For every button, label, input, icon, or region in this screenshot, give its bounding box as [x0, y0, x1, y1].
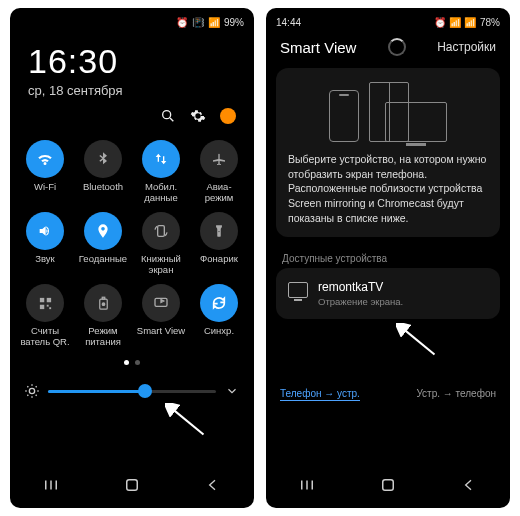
- tv-icon: [288, 282, 308, 298]
- wifi-icon: [26, 140, 64, 178]
- back-button[interactable]: [460, 476, 478, 494]
- svg-rect-6: [46, 304, 48, 306]
- mode-device-to-phone[interactable]: Устр. → телефон: [416, 388, 496, 401]
- device-illustration: [288, 82, 488, 142]
- nav-bar: [10, 466, 254, 508]
- page-indicator[interactable]: [10, 360, 254, 365]
- smart-view-header: Smart View Настройки: [266, 32, 510, 62]
- qs-label: Режим питания: [76, 326, 130, 348]
- battery-icon: [84, 284, 122, 322]
- qs-airplane[interactable]: Авиа- режим: [192, 140, 246, 204]
- qs-sound[interactable]: Звук: [18, 212, 72, 276]
- qs-label: Книжный экран: [134, 254, 188, 276]
- search-icon[interactable]: [160, 108, 176, 124]
- qs-smart-view[interactable]: Smart View: [134, 284, 188, 348]
- settings-link[interactable]: Настройки: [437, 40, 496, 54]
- qs-bluetooth[interactable]: Bluetooth: [76, 140, 130, 204]
- device-subtitle: Отражение экрана.: [318, 296, 403, 307]
- svg-line-17: [172, 409, 204, 435]
- qs-qr-reader[interactable]: Считы ватель QR.: [18, 284, 72, 348]
- svg-rect-15: [55, 481, 57, 490]
- qs-label: Синхр.: [192, 326, 246, 348]
- pointer-arrow: [396, 323, 438, 361]
- svg-rect-19: [306, 481, 308, 490]
- phone-smart-view: 14:44 ⏰ 📶 📶 78% Smart View Настройки Выб…: [266, 8, 510, 508]
- back-button[interactable]: [204, 476, 222, 494]
- qs-label: Авиа- режим: [192, 182, 246, 204]
- plane-icon: [200, 140, 238, 178]
- qs-label: Фонарик: [192, 254, 246, 276]
- slider-thumb[interactable]: [138, 384, 152, 398]
- svg-point-12: [29, 388, 34, 393]
- svg-rect-21: [383, 480, 394, 491]
- qs-label: Считы ватель QR.: [18, 326, 72, 348]
- loading-spinner: [388, 38, 406, 56]
- home-button[interactable]: [123, 476, 141, 494]
- status-bar: 14:44 ⏰ 📶 📶 78%: [266, 8, 510, 32]
- alarm-icon: ⏰: [176, 17, 188, 28]
- svg-rect-13: [45, 481, 47, 490]
- svg-rect-9: [102, 297, 105, 299]
- recents-button[interactable]: [298, 476, 316, 494]
- qs-wifi[interactable]: Wi-Fi: [18, 140, 72, 204]
- qs-flashlight[interactable]: Фонарик: [192, 212, 246, 276]
- svg-line-1: [170, 118, 173, 121]
- sync-icon: [200, 284, 238, 322]
- bluetooth-icon: [84, 140, 122, 178]
- svg-rect-2: [158, 226, 165, 237]
- slider-fill: [48, 390, 145, 393]
- svg-rect-20: [311, 481, 313, 490]
- section-label: Доступные устройства: [266, 243, 510, 268]
- volume-icon: [26, 212, 64, 250]
- brightness-slider[interactable]: [10, 373, 254, 409]
- status-icons: ⏰ 📶 📶: [434, 17, 476, 28]
- svg-point-0: [163, 111, 171, 119]
- illus-tv-icon: [385, 102, 447, 142]
- recents-button[interactable]: [42, 476, 60, 494]
- qs-sync[interactable]: Синхр.: [192, 284, 246, 348]
- qs-power-mode[interactable]: Режим питания: [76, 284, 130, 348]
- quick-settings-grid: Wi-Fi Bluetooth Мобил. данные Авиа- режи…: [10, 128, 254, 348]
- page-title: Smart View: [280, 39, 356, 56]
- slider-track[interactable]: [48, 390, 216, 393]
- svg-rect-5: [39, 304, 43, 308]
- rotate-icon: [142, 212, 180, 250]
- qs-label: Wi-Fi: [18, 182, 72, 204]
- signal-icon: 📶: [208, 17, 220, 28]
- svg-rect-18: [301, 481, 303, 490]
- clock-date: ср, 18 сентября: [28, 83, 236, 98]
- qs-label: Мобил. данные: [134, 182, 188, 204]
- pager-dot: [135, 360, 140, 365]
- intro-card: Выберите устройство, на котором нужно от…: [276, 68, 500, 237]
- device-list-item[interactable]: remontkaTV Отражение экрана.: [276, 268, 500, 319]
- notification-badge[interactable]: [220, 108, 236, 124]
- svg-rect-14: [50, 481, 52, 490]
- chevron-down-icon[interactable]: [224, 383, 240, 399]
- pin-icon: [84, 212, 122, 250]
- qr-icon: [26, 284, 64, 322]
- svg-rect-3: [39, 297, 43, 301]
- qs-rotate-lock[interactable]: Книжный экран: [134, 212, 188, 276]
- clock-time: 16:30: [28, 42, 236, 81]
- pager-dot: [124, 360, 129, 365]
- phone-quick-settings: ⏰ 📳 📶 99% 16:30 ср, 18 сентября Wi-Fi: [10, 8, 254, 508]
- gear-icon[interactable]: [190, 108, 206, 124]
- qs-mobile-data[interactable]: Мобил. данные: [134, 140, 188, 204]
- svg-rect-4: [46, 297, 50, 301]
- updown-icon: [142, 140, 180, 178]
- status-bar: ⏰ 📳 📶 99%: [10, 8, 254, 32]
- vibrate-icon: 📳: [192, 17, 204, 28]
- battery-text: 99%: [224, 17, 244, 28]
- svg-rect-16: [127, 480, 138, 491]
- status-time: 14:44: [276, 17, 301, 28]
- home-button[interactable]: [379, 476, 397, 494]
- qs-label: Геоданные: [76, 254, 130, 276]
- qs-label: Smart View: [134, 326, 188, 348]
- nav-bar: [266, 466, 510, 508]
- smartview-icon: [142, 284, 180, 322]
- brightness-icon: [24, 383, 40, 399]
- mode-phone-to-device[interactable]: Телефон → устр.: [280, 388, 360, 401]
- clock-area: 16:30 ср, 18 сентября: [10, 32, 254, 128]
- qs-location[interactable]: Геоданные: [76, 212, 130, 276]
- flashlight-icon: [200, 212, 238, 250]
